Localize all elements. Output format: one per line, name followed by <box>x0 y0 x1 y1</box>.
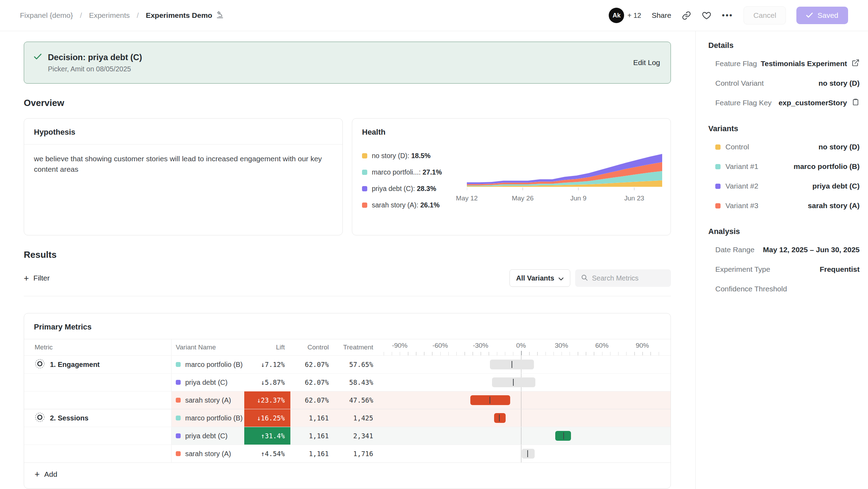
interval-bar[interactable] <box>470 395 510 405</box>
axis-minor-tick <box>554 352 554 355</box>
variant-name: priya debt (C) <box>185 378 227 387</box>
filter-label: Filter <box>34 274 50 282</box>
sidebar-row-label: Variant #2 <box>725 182 758 190</box>
sidebar-row-value: priya debt (C) <box>812 182 860 190</box>
health-chart-x-axis: May 12May 26Jun 9Jun 23 <box>467 192 662 203</box>
primary-metrics-title: Primary Metrics <box>24 313 671 339</box>
confidence-interval-plot <box>379 356 671 373</box>
plus-icon: + <box>35 469 40 479</box>
sidebar-row: Feature FlagTestimonials Experiment <box>708 58 860 70</box>
sidebar-value-text: marco portfolio (B) <box>794 162 860 171</box>
add-label: Add <box>44 470 57 479</box>
column-lift: Lift <box>244 339 290 355</box>
lift-cell: ↓16.25% <box>244 409 290 427</box>
variant-cell[interactable]: marco portfolio (B) <box>172 409 244 427</box>
external-link-icon[interactable] <box>852 59 860 69</box>
interval-bar[interactable] <box>522 449 535 459</box>
check-icon <box>806 11 813 20</box>
right-sidebar: Details Feature FlagTestimonials Experim… <box>695 31 868 489</box>
axis-minor-tick <box>537 352 538 355</box>
legend-label: sarah story (A): 26.1% <box>372 201 440 209</box>
variant-color-dot <box>176 433 181 438</box>
sidebar-row: Date RangeMay 12, 2025 – Jun 30, 2025 <box>708 244 860 256</box>
axis-minor-tick <box>505 352 506 355</box>
legend-item: priya debt (C): 28.3% <box>362 185 467 193</box>
hypothesis-body[interactable]: we believe that showing customer stories… <box>24 144 339 184</box>
axis-minor-tick <box>626 352 627 355</box>
confidence-interval-plot <box>379 374 671 391</box>
control-value: 1,161 <box>290 427 334 445</box>
lift-cell: ↑4.54% <box>244 445 290 462</box>
sidebar-row-left: Variant #3 <box>715 201 758 210</box>
metric-cell <box>24 391 172 409</box>
axis-minor-tick <box>618 352 619 355</box>
metric-cell <box>24 427 172 445</box>
share-button[interactable]: Share <box>652 11 671 20</box>
sidebar-row-value: no story (D) <box>818 79 860 87</box>
variant-name: sarah story (A) <box>185 396 231 404</box>
variant-color-dot <box>715 144 721 150</box>
legend-swatch <box>362 186 367 191</box>
lift-value: ↓5.87% <box>244 374 290 391</box>
variant-cell[interactable]: sarah story (A) <box>172 391 244 409</box>
interval-marker <box>512 361 512 368</box>
add-metric-button[interactable]: + Add <box>24 462 671 488</box>
metric-cell <box>24 445 172 462</box>
axis-minor-tick <box>594 352 594 355</box>
sidebar-row-label: Feature Flag <box>715 59 757 68</box>
more-menu-button[interactable]: ••• <box>722 11 733 20</box>
sidebar-row: Variant #2priya debt (C) <box>708 180 860 192</box>
search-metrics-box <box>575 269 671 287</box>
search-metrics-input[interactable] <box>592 274 665 282</box>
lift-value: ↑4.54% <box>244 445 290 462</box>
primary-metrics-card: Primary Metrics Metric Variant Name Lift… <box>24 313 671 489</box>
clipboard-icon[interactable] <box>852 98 860 108</box>
copy-link-icon[interactable] <box>682 11 691 20</box>
variants-dropdown-value: All Variants <box>516 274 554 282</box>
saved-button[interactable]: Saved <box>796 7 848 24</box>
variant-cell[interactable]: priya debt (C) <box>172 374 244 391</box>
variant-cell[interactable]: marco portfolio (B) <box>172 356 244 373</box>
variant-name: priya debt (C) <box>185 432 227 440</box>
add-filter-button[interactable]: + Filter <box>24 273 50 283</box>
microscope-emoji <box>216 10 224 21</box>
cancel-button[interactable]: Cancel <box>744 6 786 24</box>
top-bar: Fixpanel {demo} / Experiments / Experime… <box>0 0 868 31</box>
breadcrumb-experiments[interactable]: Experiments <box>89 11 130 20</box>
axis-tick-label: -90% <box>392 342 407 349</box>
legend-item: no story (D): 18.5% <box>362 152 467 160</box>
breadcrumb-current[interactable]: Experiments Demo <box>146 10 224 21</box>
sidebar-row: Control Variantno story (D) <box>708 77 860 89</box>
legend-swatch <box>362 203 367 208</box>
variant-name: marco portfolio (B) <box>185 361 243 369</box>
page-title: Experiments Demo <box>146 11 212 20</box>
zero-line <box>521 445 521 462</box>
axis-minor-tick <box>634 352 635 355</box>
axis-minor-tick <box>400 352 400 355</box>
variant-cell[interactable]: priya debt (C) <box>172 427 244 445</box>
avatar[interactable]: Ak <box>609 8 624 23</box>
breadcrumb-project[interactable]: Fixpanel {demo} <box>20 11 73 20</box>
table-row: sarah story (A)↓23.37%62.07%47.56% <box>24 391 671 409</box>
confidence-interval-plot <box>379 427 671 445</box>
axis-minor-tick <box>448 352 449 355</box>
table-row: 2. Sessionsmarco portfolio (B)↓16.25%1,1… <box>24 409 671 427</box>
sidebar-row-value: no story (D) <box>818 143 860 151</box>
search-icon <box>581 274 588 283</box>
axis-minor-tick <box>562 352 562 355</box>
edit-log-button[interactable]: Edit Log <box>633 58 660 67</box>
sidebar-row: Confidence Threshold <box>708 283 860 295</box>
divider <box>24 296 671 296</box>
favorite-heart-icon[interactable] <box>702 10 711 20</box>
variants-dropdown[interactable]: All Variants <box>509 269 570 287</box>
table-row: priya debt (C)↓5.87%62.07%58.43% <box>24 373 671 391</box>
x-tick-label: Jun 9 <box>570 194 586 202</box>
treatment-value: 2,341 <box>334 427 379 445</box>
variant-cell[interactable]: sarah story (A) <box>172 445 244 462</box>
collaborators[interactable]: Ak + 12 <box>609 8 641 23</box>
details-heading: Details <box>708 41 860 50</box>
legend-item: marco portfoli...: 27.1% <box>362 168 467 176</box>
zero-line <box>521 409 521 427</box>
confidence-interval-plot <box>379 445 671 462</box>
control-value: 62.07% <box>290 356 334 373</box>
